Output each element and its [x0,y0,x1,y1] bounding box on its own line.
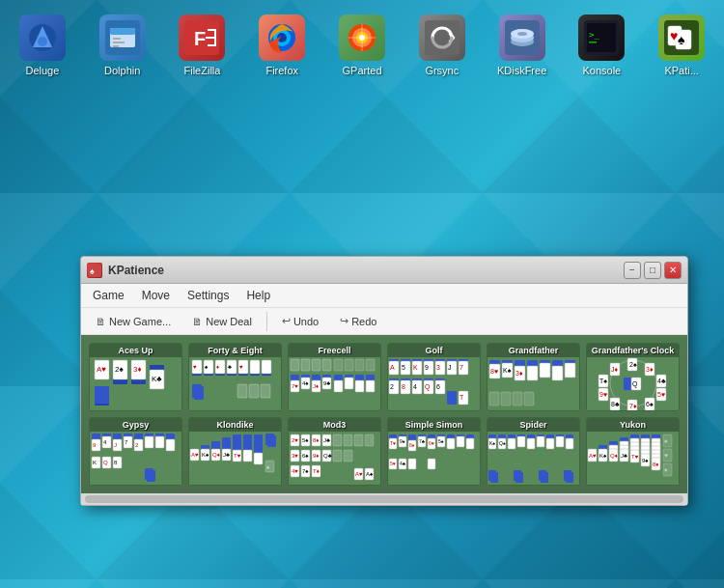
scrollbar-track[interactable] [85,495,683,503]
svg-rect-7 [113,45,119,47]
konsole-label: Konsole [582,65,621,77]
svg-rect-169 [489,392,499,406]
svg-text:8♣: 8♣ [611,401,620,407]
svg-text:♥: ♥ [193,364,197,370]
game-preview-aces-up: A♥ 2♠ 3♦ K♣ [90,357,181,410]
minimize-button[interactable]: − [624,262,641,279]
new-game-button[interactable]: 🗎 New Game... [87,312,180,331]
game-card-forty-eight[interactable]: Forty & Eight ♥ ♠ [188,343,282,411]
game-card-aces-up[interactable]: Aces Up A♥ 2♠ [89,343,182,411]
svg-text:K: K [93,460,97,465]
desktop-icon-firefox[interactable]: Firefox [244,10,320,82]
svg-text:8♦: 8♦ [313,437,319,443]
game-preview-yukon: A♥ K♠ Q♦ [587,432,679,485]
grsync-label: Grsync [425,65,459,77]
game-card-mod3[interactable]: Mod3 2♥ 5♠ 8♦ J♣ [288,417,381,486]
svg-rect-82 [366,359,375,371]
svg-text:A: A [390,364,395,371]
desktop-icon-dolphin[interactable]: Dolphin [85,10,160,82]
desktop-icon-kpat[interactable]: ♥♠ KPati... [644,10,719,82]
game-card-golf[interactable]: Golf A 5 [387,343,481,411]
game-card-klondike[interactable]: Klondike A♥ K♠ [188,417,282,486]
svg-text:♠: ♠ [90,266,95,276]
game-title-mod3: Mod3 [289,418,380,432]
svg-text:3♦: 3♦ [515,370,523,377]
grsync-icon [419,14,465,61]
game-title-golf: Golf [388,344,480,357]
svg-rect-77 [312,359,320,371]
menu-help[interactable]: Help [238,286,278,305]
svg-text:5♠: 5♠ [302,437,309,443]
desktop-icon-konsole[interactable]: >_ Konsole [564,10,639,82]
svg-rect-80 [345,359,353,371]
desktop-icon-grsync[interactable]: Grsync [404,10,480,82]
game-card-yukon[interactable]: Yukon A♥ K♠ [586,417,680,486]
svg-text:2: 2 [390,383,394,390]
svg-text:T♦: T♦ [313,468,320,474]
game-card-simple-simon[interactable]: Simple Simon T♥ 9♠ [387,417,481,486]
game-preview-spider: K♠ Q♠ [487,432,579,485]
menu-move[interactable]: Move [134,286,178,305]
close-button[interactable]: ✕ [664,262,682,279]
game-card-freecell[interactable]: Freecell [288,343,381,411]
svg-rect-371 [566,472,573,483]
svg-text:5♥: 5♥ [390,461,396,466]
desktop-icon-deluge[interactable]: Deluge [5,10,80,82]
svg-rect-282 [365,434,374,446]
game-card-spider[interactable]: Spider K♠ Q♠ [487,417,580,486]
svg-rect-267 [267,435,276,447]
game-preview-simple-simon: T♥ 9♠ 8♦ [388,432,480,485]
svg-rect-48 [95,386,109,404]
undo-label: Undo [293,316,319,327]
game-title-gypsy: Gypsy [90,418,181,432]
desktop-icon-filezilla[interactable]: F FileZilla [165,10,240,82]
svg-point-1 [38,37,47,46]
kpatience-window: ♠ KPatience − □ ✕ Game Move Settings Hel… [80,256,688,506]
game-card-gypsy[interactable]: Gypsy 9 4 [89,417,182,486]
svg-rect-69 [237,384,247,398]
svg-rect-279 [333,434,342,446]
svg-rect-355 [537,436,544,447]
svg-rect-336 [408,459,416,469]
svg-rect-223 [166,439,175,451]
svg-rect-98 [334,380,343,392]
svg-text:Q: Q [632,380,638,388]
svg-rect-161 [527,366,538,380]
svg-text:K♠: K♠ [503,367,512,374]
svg-text:J♦: J♦ [611,366,619,373]
svg-text:♥: ♥ [239,364,243,370]
svg-text:K♠: K♠ [599,453,607,459]
new-game-label: New Game... [109,316,171,327]
window-controls: − □ ✕ [624,262,682,279]
new-deal-icon: 🗎 [192,316,203,327]
menu-game[interactable]: Game [85,286,132,305]
svg-rect-337 [428,459,435,469]
svg-rect-231 [147,470,155,482]
game-preview-grandfathers-clock: 2♠ 3♦ 4♣ 5♥ 6♠ 7♦ 8♣ 9♥ T♠ [587,357,679,410]
game-preview-freecell: 7♥ 4♠ J♦ [289,357,380,410]
svg-text:Q♦: Q♦ [212,452,220,458]
svg-text:4♣: 4♣ [400,461,406,466]
scrollbar-area [81,493,687,505]
new-deal-button[interactable]: 🗎 New Deal [183,312,261,331]
new-game-icon: 🗎 [96,316,106,327]
svg-text:K♠: K♠ [489,440,495,446]
undo-button[interactable]: ↩ Undo [273,311,327,331]
svg-rect-353 [527,438,535,449]
svg-text:♥: ♥ [664,452,668,459]
redo-button[interactable]: ↪ Redo [331,311,385,331]
game-card-grandfather[interactable]: Grandfather 8♥ K♠ [487,343,580,411]
svg-rect-79 [334,359,343,371]
desktop-icon-kdiskfree[interactable]: KDiskFree [485,10,560,82]
svg-text:6: 6 [436,383,440,390]
redo-label: Redo [351,316,376,327]
game-card-grandfathers-clock[interactable]: Grandfather's Clock 2♠ 3♦ 4♣ 5♥ 6♠ [586,343,680,411]
svg-text:9♥: 9♥ [599,391,607,398]
svg-rect-220 [155,436,164,448]
svg-rect-360 [556,436,564,447]
maximize-button[interactable]: □ [644,262,661,279]
menu-settings[interactable]: Settings [180,286,237,305]
svg-text:5♠: 5♠ [438,438,444,444]
svg-text:4♠: 4♠ [302,380,309,386]
desktop-icon-gparted[interactable]: GParted [324,10,400,82]
